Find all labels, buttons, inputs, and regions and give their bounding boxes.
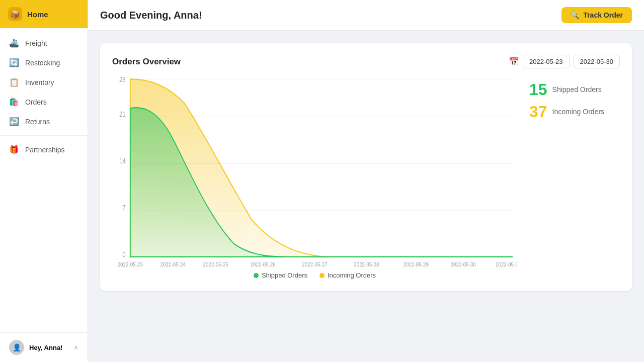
track-order-button[interactable]: 🔍 Track Order xyxy=(561,7,632,23)
svg-text:2022-05-30: 2022-05-30 xyxy=(451,261,476,267)
legend-incoming: Incoming Orders xyxy=(319,272,376,279)
svg-text:2022-05-26: 2022-05-26 xyxy=(250,261,275,267)
sidebar-item-orders[interactable]: 🛍️ Orders xyxy=(0,92,88,112)
chart-stats: 15 Shipped Orders 37 Incoming Orders xyxy=(529,76,620,279)
sidebar-item-freight-label: Freight xyxy=(25,39,47,47)
sidebar-logo[interactable]: 📦 Home xyxy=(0,0,88,28)
chart-body: 0 7 14 21 28 xyxy=(112,76,620,279)
page-title: Good Evening, Anna! xyxy=(100,10,202,21)
avatar: 👤 xyxy=(9,340,24,355)
svg-text:7: 7 xyxy=(122,204,125,212)
chart-wrapper: 0 7 14 21 28 xyxy=(112,76,517,279)
calendar-icon: 📅 xyxy=(509,57,519,66)
shipped-dot xyxy=(254,273,259,278)
logo-icon: 📦 xyxy=(8,7,22,21)
svg-text:2022-05-24: 2022-05-24 xyxy=(160,261,186,267)
svg-text:0: 0 xyxy=(122,250,125,258)
chart-title: Orders Overview xyxy=(112,57,181,67)
sidebar-divider xyxy=(0,135,88,136)
content-area: Orders Overview 📅 2022-05-23 2022-05-30 … xyxy=(88,31,644,362)
incoming-stat: 37 Incoming Orders xyxy=(529,104,620,120)
chart-header: Orders Overview 📅 2022-05-23 2022-05-30 xyxy=(112,55,620,68)
incoming-stat-label: Incoming Orders xyxy=(552,108,604,116)
chart-svg-container: 0 7 14 21 28 xyxy=(112,76,517,267)
svg-text:2022-05-29: 2022-05-29 xyxy=(404,261,429,267)
track-order-label: Track Order xyxy=(583,11,623,19)
orders-chart: 0 7 14 21 28 xyxy=(112,76,517,267)
sidebar-item-partnerships-label: Partnerships xyxy=(25,146,65,154)
sidebar-footer[interactable]: 👤 Hey, Anna! ∧ xyxy=(0,332,88,362)
svg-text:2022-05-23: 2022-05-23 xyxy=(118,261,143,267)
sidebar-item-freight[interactable]: 🚢 Freight xyxy=(0,33,88,53)
orders-icon: 🛍️ xyxy=(9,97,19,107)
search-icon: 🔍 xyxy=(571,11,579,19)
svg-text:2022-05-31: 2022-05-31 xyxy=(496,261,517,267)
shipped-count: 15 xyxy=(529,81,547,98)
sidebar-item-partnerships[interactable]: 🎁 Partnerships xyxy=(0,140,88,159)
svg-text:28: 28 xyxy=(119,76,126,83)
sidebar-item-restocking-label: Restocking xyxy=(25,59,60,67)
returns-icon: ↩️ xyxy=(9,117,19,126)
svg-text:2022-05-27: 2022-05-27 xyxy=(302,261,327,267)
sidebar-nav: 🚢 Freight 🔄 Restocking 📋 Inventory 🛍️ Or… xyxy=(0,28,88,332)
main-area: Good Evening, Anna! 🔍 Track Order Orders… xyxy=(88,0,644,362)
restocking-icon: 🔄 xyxy=(9,58,19,67)
svg-text:21: 21 xyxy=(119,110,126,118)
date-start-pill[interactable]: 2022-05-23 xyxy=(523,55,570,68)
sidebar-item-restocking[interactable]: 🔄 Restocking xyxy=(0,53,88,72)
freight-icon: 🚢 xyxy=(9,38,19,48)
sidebar-item-inventory-label: Inventory xyxy=(25,78,54,86)
shipped-stat: 15 Shipped Orders xyxy=(529,81,620,98)
sidebar-logo-label: Home xyxy=(27,10,48,19)
date-end-pill[interactable]: 2022-05-30 xyxy=(574,55,620,68)
legend-shipped-label: Shipped Orders xyxy=(262,272,307,279)
partnerships-icon: 🎁 xyxy=(9,145,19,154)
shipped-stat-label: Shipped Orders xyxy=(552,85,602,94)
incoming-dot xyxy=(319,273,325,278)
topbar: Good Evening, Anna! 🔍 Track Order xyxy=(88,0,644,31)
incoming-count: 37 xyxy=(529,104,547,120)
chart-card: Orders Overview 📅 2022-05-23 2022-05-30 … xyxy=(100,43,632,291)
sidebar: 📦 Home 🚢 Freight 🔄 Restocking 📋 Inventor… xyxy=(0,0,88,362)
sidebar-item-returns[interactable]: ↩️ Returns xyxy=(0,112,88,131)
sidebar-item-inventory[interactable]: 📋 Inventory xyxy=(0,72,88,92)
chart-legend: Shipped Orders Incoming Orders xyxy=(112,272,517,279)
svg-text:14: 14 xyxy=(119,157,126,165)
legend-shipped: Shipped Orders xyxy=(254,272,307,279)
svg-text:2022-05-25: 2022-05-25 xyxy=(203,261,228,267)
inventory-icon: 📋 xyxy=(9,77,19,87)
footer-username: Hey, Anna! xyxy=(29,344,69,351)
sidebar-item-orders-label: Orders xyxy=(25,98,47,106)
chevron-up-icon: ∧ xyxy=(74,344,78,351)
legend-incoming-label: Incoming Orders xyxy=(328,272,376,279)
svg-text:2022-05-28: 2022-05-28 xyxy=(354,261,379,267)
sidebar-item-returns-label: Returns xyxy=(25,118,50,126)
date-range: 📅 2022-05-23 2022-05-30 xyxy=(509,55,620,68)
